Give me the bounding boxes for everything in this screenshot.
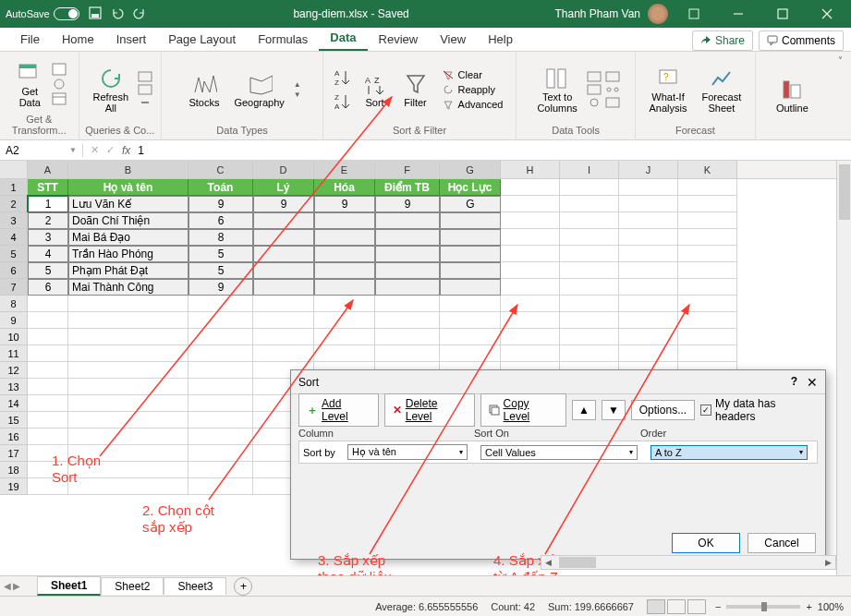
cell[interactable] xyxy=(678,262,737,279)
row-header[interactable]: 4 xyxy=(0,229,28,246)
cell[interactable]: G xyxy=(440,196,501,212)
add-level-button[interactable]: ＋Add Level xyxy=(298,393,379,427)
cell[interactable] xyxy=(501,229,560,246)
sheet-tab[interactable]: Sheet1 xyxy=(37,576,101,596)
cell[interactable] xyxy=(68,312,188,329)
queries-icon[interactable] xyxy=(138,71,152,82)
tab-review[interactable]: Review xyxy=(368,28,430,51)
cell[interactable] xyxy=(440,212,501,229)
row-header[interactable]: 1 xyxy=(0,179,28,196)
row-header[interactable]: 3 xyxy=(0,212,28,229)
filter-button[interactable]: Filter xyxy=(397,69,434,110)
sort-button[interactable]: AZ Sort xyxy=(357,69,394,110)
cell[interactable] xyxy=(619,345,678,362)
cell[interactable]: 6 xyxy=(28,279,68,296)
cell[interactable] xyxy=(560,312,619,329)
cell[interactable]: Toán xyxy=(188,179,253,196)
cell[interactable] xyxy=(619,312,678,329)
cell[interactable]: Trần Hào Phóng xyxy=(68,246,188,262)
cell[interactable] xyxy=(678,329,737,345)
cell[interactable] xyxy=(501,262,560,279)
geography-button[interactable]: Geography xyxy=(228,69,289,110)
data-validation-icon[interactable] xyxy=(587,97,602,108)
cell[interactable] xyxy=(440,296,501,312)
cell[interactable]: 9 xyxy=(253,196,314,212)
cell[interactable] xyxy=(560,246,619,262)
cell[interactable] xyxy=(314,345,375,362)
save-icon[interactable] xyxy=(89,6,103,21)
consolidate-icon[interactable] xyxy=(605,71,620,82)
cell[interactable]: Doãn Chí Thiện xyxy=(68,212,188,229)
cell[interactable] xyxy=(28,429,68,445)
chevron-down-icon[interactable]: ▼ xyxy=(294,91,301,99)
copy-level-button[interactable]: Copy Level xyxy=(480,393,566,427)
stocks-button[interactable]: Stocks xyxy=(183,69,225,110)
cell[interactable] xyxy=(501,345,560,362)
cell[interactable] xyxy=(188,395,253,412)
zoom-level[interactable]: 100% xyxy=(818,601,844,612)
cell[interactable] xyxy=(375,329,440,345)
move-down-button[interactable]: ▼ xyxy=(602,400,626,420)
cell[interactable] xyxy=(440,246,501,262)
cell[interactable]: Hóa xyxy=(314,179,375,196)
cell[interactable]: Điểm TB xyxy=(375,179,440,196)
comments-button[interactable]: Comments xyxy=(759,30,844,51)
select-all-corner[interactable] xyxy=(0,161,28,178)
chevron-up-icon[interactable]: ▲ xyxy=(294,80,301,89)
order-select[interactable]: A to Z▾ xyxy=(650,445,808,460)
row-header[interactable]: 11 xyxy=(0,345,28,362)
cell[interactable] xyxy=(314,262,375,279)
cell[interactable] xyxy=(560,229,619,246)
cell[interactable] xyxy=(375,229,440,246)
fx-icon[interactable]: fx xyxy=(122,144,130,157)
cancel-button[interactable]: Cancel xyxy=(748,533,816,553)
autosave-toggle[interactable]: AutoSave xyxy=(6,7,79,20)
cell[interactable] xyxy=(28,462,68,478)
avatar[interactable] xyxy=(648,4,668,24)
enter-icon[interactable]: ✓ xyxy=(106,144,115,156)
cell[interactable] xyxy=(28,312,68,329)
redo-icon[interactable] xyxy=(133,6,148,21)
share-button[interactable]: Share xyxy=(692,30,753,51)
cell[interactable] xyxy=(314,296,375,312)
cell[interactable] xyxy=(560,212,619,229)
cell[interactable] xyxy=(28,329,68,345)
normal-view-icon[interactable] xyxy=(647,599,665,614)
cell[interactable] xyxy=(619,179,678,196)
row-header[interactable]: 19 xyxy=(0,478,28,495)
tab-help[interactable]: Help xyxy=(477,28,524,51)
cell[interactable] xyxy=(314,246,375,262)
sheet-nav-prev-icon[interactable]: ◀ xyxy=(4,581,11,591)
cell[interactable] xyxy=(678,279,737,296)
cell[interactable] xyxy=(619,329,678,345)
cell[interactable] xyxy=(501,329,560,345)
row-header[interactable]: 7 xyxy=(0,279,28,296)
cell[interactable] xyxy=(68,379,188,395)
collapse-ribbon-icon[interactable]: ˅ xyxy=(838,55,843,66)
cell[interactable] xyxy=(188,379,253,395)
cell[interactable] xyxy=(253,312,314,329)
cell[interactable] xyxy=(619,296,678,312)
sheet-nav-next-icon[interactable]: ▶ xyxy=(13,581,20,591)
row-header[interactable]: 16 xyxy=(0,429,28,445)
cell[interactable] xyxy=(28,478,68,495)
tab-page-layout[interactable]: Page Layout xyxy=(157,28,247,51)
row-header[interactable]: 13 xyxy=(0,379,28,395)
cell[interactable]: 1 xyxy=(28,196,68,212)
cell[interactable] xyxy=(253,345,314,362)
cell[interactable] xyxy=(253,212,314,229)
close-icon[interactable]: ✕ xyxy=(807,375,818,390)
col-header[interactable]: B xyxy=(68,161,188,178)
col-header[interactable]: G xyxy=(440,161,501,178)
sheet-tab[interactable]: Sheet2 xyxy=(101,577,164,595)
edit-links-icon[interactable] xyxy=(138,97,152,108)
cell[interactable] xyxy=(188,362,253,379)
cell[interactable]: 5 xyxy=(188,246,253,262)
cell[interactable] xyxy=(375,262,440,279)
data-model-icon[interactable] xyxy=(605,97,620,108)
cell[interactable] xyxy=(678,312,737,329)
forecast-sheet-button[interactable]: Forecast Sheet xyxy=(696,64,747,115)
cell[interactable] xyxy=(28,362,68,379)
cell[interactable] xyxy=(28,395,68,412)
cell[interactable] xyxy=(560,196,619,212)
